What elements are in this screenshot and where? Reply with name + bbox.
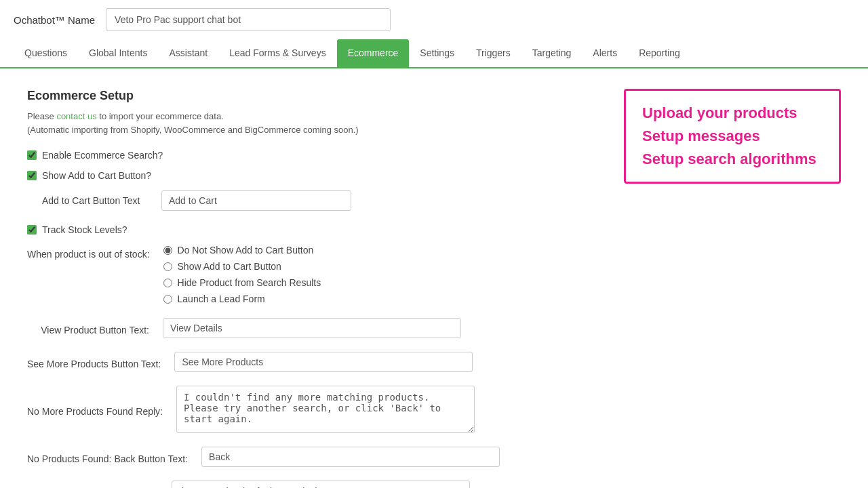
main-content: Ecommerce Setup Please contact us to imp… bbox=[0, 68, 868, 488]
promo-box: Upload your products Setup messages Setu… bbox=[624, 89, 841, 184]
no-more-textarea[interactable]: I couldn't find any more matching produc… bbox=[176, 386, 475, 433]
radio-show-add-to-cart[interactable] bbox=[163, 262, 172, 271]
promo-line-3: Setup search algorithms bbox=[642, 150, 823, 168]
nav-questions[interactable]: Questions bbox=[14, 39, 78, 68]
main-area: Ecommerce Setup Please contact us to imp… bbox=[27, 89, 841, 488]
radio-hide-product-label: Hide Product from Search Results bbox=[178, 277, 321, 288]
nav-assistant[interactable]: Assistant bbox=[158, 39, 218, 68]
out-of-stock-option-1: Show Add to Cart Button bbox=[163, 261, 321, 272]
promo-line-1: Upload your products bbox=[642, 104, 823, 122]
out-of-stock-options: Do Not Show Add to Cart Button Show Add … bbox=[163, 245, 321, 304]
radio-show-add-to-cart-label: Show Add to Cart Button bbox=[178, 261, 281, 272]
desc-note: (Automatic importing from Shopify, WooCo… bbox=[27, 125, 359, 135]
nav-reporting[interactable]: Reporting bbox=[628, 39, 691, 68]
section-desc: Please contact us to import your ecommer… bbox=[27, 110, 597, 136]
header: Ochatbot™ Name bbox=[0, 0, 868, 39]
show-add-to-cart-row: Show Add to Cart Button? bbox=[27, 170, 597, 181]
add-to-cart-text-row: Add to Cart Button Text bbox=[42, 190, 597, 211]
out-of-stock-option-3: Launch a Lead Form bbox=[163, 293, 321, 304]
show-add-to-cart-label: Show Add to Cart Button? bbox=[42, 170, 151, 181]
enable-ecommerce-row: Enable Ecommerce Search? bbox=[27, 150, 597, 161]
no-more-label: No More Products Found Reply: bbox=[27, 402, 163, 417]
back-button-label: Back Button: Launch Question: bbox=[27, 484, 158, 488]
nav-ecommerce[interactable]: Ecommerce bbox=[337, 39, 410, 68]
add-to-cart-text-input[interactable] bbox=[161, 190, 351, 211]
radio-do-not-show[interactable] bbox=[163, 246, 172, 255]
show-add-to-cart-checkbox[interactable] bbox=[27, 171, 37, 180]
back-button-row: Back Button: Launch Question: intro ques… bbox=[27, 481, 597, 488]
bot-name-label: Ochatbot™ Name bbox=[14, 14, 95, 26]
back-button-select[interactable]: intro question (Default Question) bbox=[172, 481, 470, 488]
contact-us-link[interactable]: contact us bbox=[56, 111, 96, 121]
no-products-label: No Products Found: Back Button Text: bbox=[27, 449, 188, 464]
radio-hide-product[interactable] bbox=[163, 279, 172, 287]
out-of-stock-option-0: Do Not Show Add to Cart Button bbox=[163, 245, 321, 256]
desc-prefix: Please bbox=[27, 111, 54, 121]
section-title: Ecommerce Setup bbox=[27, 89, 597, 103]
add-to-cart-text-label: Add to Cart Button Text bbox=[42, 195, 151, 206]
enable-ecommerce-checkbox[interactable] bbox=[27, 150, 37, 160]
out-of-stock-option-2: Hide Product from Search Results bbox=[163, 277, 321, 288]
view-product-row: View Product Button Text: bbox=[27, 318, 597, 338]
track-stock-row: Track Stock Levels? bbox=[27, 224, 597, 235]
out-of-stock-row: When product is out of stock: Do Not Sho… bbox=[27, 245, 597, 304]
nav-lead-forms[interactable]: Lead Forms & Surveys bbox=[218, 39, 336, 68]
nav-global-intents[interactable]: Global Intents bbox=[78, 39, 158, 68]
radio-launch-lead-form-label: Launch a Lead Form bbox=[178, 293, 265, 304]
nav-triggers[interactable]: Triggers bbox=[465, 39, 521, 68]
radio-launch-lead-form[interactable] bbox=[163, 295, 172, 304]
no-more-row: No More Products Found Reply: I couldn't… bbox=[27, 386, 597, 433]
nav-alerts[interactable]: Alerts bbox=[582, 39, 628, 68]
bot-name-input[interactable] bbox=[106, 8, 391, 31]
out-of-stock-label: When product is out of stock: bbox=[27, 245, 150, 260]
no-products-row: No Products Found: Back Button Text: bbox=[27, 447, 597, 467]
see-more-row: See More Products Button Text: bbox=[27, 352, 597, 372]
track-stock-label: Track Stock Levels? bbox=[42, 224, 127, 235]
track-stock-checkbox[interactable] bbox=[27, 225, 37, 235]
radio-do-not-show-label: Do Not Show Add to Cart Button bbox=[178, 245, 314, 256]
promo-line-2: Setup messages bbox=[642, 127, 823, 145]
enable-ecommerce-label: Enable Ecommerce Search? bbox=[42, 150, 163, 161]
desc-suffix: to import your ecommerce data. bbox=[99, 111, 224, 121]
view-product-label: View Product Button Text: bbox=[27, 321, 149, 336]
nav-settings[interactable]: Settings bbox=[409, 39, 465, 68]
see-more-input[interactable] bbox=[174, 352, 473, 372]
view-product-input[interactable] bbox=[163, 318, 461, 338]
form-area: Ecommerce Setup Please contact us to imp… bbox=[27, 89, 597, 488]
see-more-label: See More Products Button Text: bbox=[27, 354, 161, 369]
nav-targeting[interactable]: Targeting bbox=[521, 39, 583, 68]
no-products-input[interactable] bbox=[201, 447, 500, 467]
main-nav: Questions Global Intents Assistant Lead … bbox=[0, 39, 868, 68]
